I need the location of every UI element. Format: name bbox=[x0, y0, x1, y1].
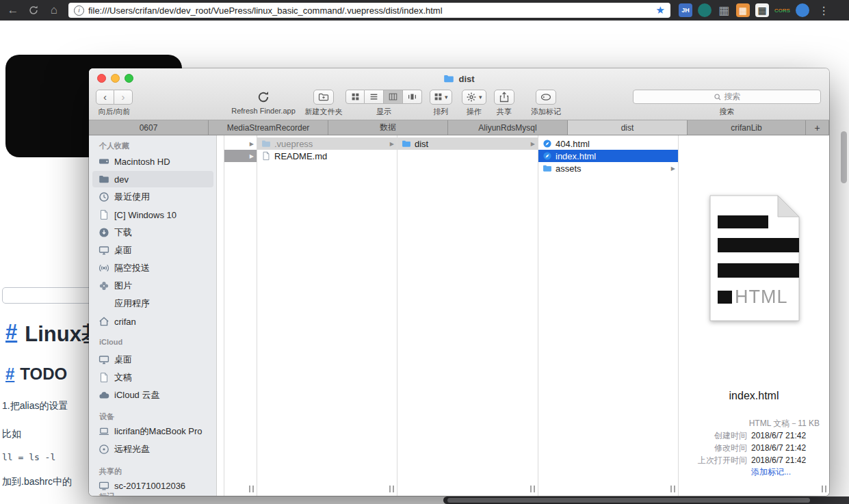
finder-back-button[interactable]: ‹ bbox=[96, 90, 114, 105]
column-resize-handle[interactable] bbox=[249, 486, 254, 492]
finder-search-input[interactable]: 搜索 bbox=[633, 90, 821, 104]
file-row-dist[interactable]: dist ▶ bbox=[397, 137, 538, 150]
browser-menu-icon[interactable]: ⋮ bbox=[816, 4, 831, 17]
preview-pane: HTML index.html HTML 文稿－11 KB 创建时间2018/6… bbox=[679, 135, 829, 496]
reload-icon[interactable] bbox=[28, 5, 39, 16]
sidebar-item-dev[interactable]: dev bbox=[92, 171, 213, 187]
column-resize-handle[interactable] bbox=[670, 486, 676, 492]
column-row-partial-selected[interactable]: ▶ bbox=[224, 150, 257, 162]
document-icon bbox=[99, 209, 109, 220]
back-icon[interactable]: ← bbox=[3, 0, 23, 21]
bookmark-star-icon[interactable]: ★ bbox=[656, 4, 665, 16]
sidebar-item-icloud-desktop[interactable]: 桌面 bbox=[92, 352, 213, 368]
new-tab-button[interactable]: + bbox=[806, 120, 829, 135]
sidebar-item-icloud-documents[interactable]: 文稿 bbox=[92, 369, 213, 386]
finder-tab-aliyunrdsmysql[interactable]: AliyunRdsMysql bbox=[448, 120, 568, 135]
sidebar-item-macbook-pro[interactable]: licrifan的MacBook Pro bbox=[92, 423, 213, 440]
finder-tab-dist[interactable]: dist bbox=[568, 120, 688, 135]
column-resize-handle[interactable] bbox=[389, 486, 395, 492]
arrange-button[interactable]: ▾ bbox=[430, 90, 452, 105]
sidebar-item-desktop[interactable]: 桌面 bbox=[92, 242, 213, 258]
arrange-icon bbox=[434, 92, 443, 101]
refresh-label: Refresh Finder.app bbox=[231, 107, 296, 115]
sidebar-item-recents[interactable]: 最近使用 bbox=[92, 189, 213, 205]
home-icon[interactable]: ⌂ bbox=[44, 0, 64, 21]
action-button[interactable]: ▾ bbox=[462, 90, 486, 105]
column-divider bbox=[538, 135, 538, 496]
refresh-icon[interactable] bbox=[257, 90, 270, 104]
tag-icon bbox=[540, 92, 551, 103]
finder-columns: ▶ ▶ .vuepress ▶ README.md dist ▶ bbox=[218, 135, 829, 496]
extension-icon-qr[interactable]: ▦ bbox=[755, 3, 769, 17]
browser-toolbar: ← ⌂ i file:///Users/crifan/dev/dev_root/… bbox=[0, 0, 849, 21]
preview-kind: HTML 文稿－11 KB bbox=[679, 418, 820, 429]
extension-icon-grid[interactable]: ▦ bbox=[717, 3, 731, 17]
sidebar-item-remote-disc[interactable]: 远程光盘 bbox=[92, 441, 213, 457]
clock-icon bbox=[99, 191, 109, 202]
tags-label: 添加标记 bbox=[531, 107, 561, 117]
sidebar-section-tags: 标记 bbox=[99, 492, 114, 496]
finder-tab-crifanlib[interactable]: crifanLib bbox=[688, 120, 806, 135]
share-button[interactable] bbox=[494, 90, 514, 105]
extension-icon-orange[interactable]: ▦ bbox=[736, 3, 750, 17]
column-row-partial[interactable]: ▶ bbox=[224, 137, 257, 150]
sidebar-item-macintosh-hd[interactable]: Macintosh HD bbox=[92, 153, 213, 170]
page-code-text: ll = ls -l bbox=[2, 452, 55, 462]
sidebar-item-windows10[interactable]: [C] Windows 10 bbox=[92, 207, 213, 223]
view-icons-segment[interactable] bbox=[345, 90, 365, 104]
refresh-finder-group: Refresh Finder.app bbox=[229, 89, 298, 115]
extension-icon-cors[interactable]: CORS bbox=[774, 3, 790, 17]
arrange-group: ▾ 排列 bbox=[430, 89, 452, 117]
finder-tab-bar: 0607 MediaStreamRecorder 数据 AliyunRdsMys… bbox=[89, 120, 829, 135]
hard-drive-icon bbox=[99, 156, 109, 167]
file-row-vuepress[interactable]: .vuepress ▶ bbox=[257, 137, 397, 150]
file-row-readme[interactable]: README.md bbox=[257, 150, 397, 162]
view-columns-segment[interactable] bbox=[384, 90, 403, 104]
sidebar-section-icloud: iCloud bbox=[99, 338, 122, 346]
file-row-404[interactable]: 404.html bbox=[538, 137, 678, 150]
column-divider bbox=[257, 135, 257, 496]
sidebar-item-airdrop[interactable]: 隔空投送 bbox=[92, 260, 213, 276]
view-list-segment[interactable] bbox=[365, 90, 384, 104]
grid-view-icon bbox=[351, 92, 360, 101]
columns-view-icon bbox=[389, 92, 397, 101]
file-row-assets[interactable]: assets ▶ bbox=[538, 162, 678, 174]
new-folder-button[interactable] bbox=[313, 90, 334, 105]
column-resize-handle[interactable] bbox=[530, 486, 536, 492]
search-group: 搜索 搜索 bbox=[633, 89, 821, 117]
sidebar-item-icloud-drive[interactable]: iCloud 云盘 bbox=[92, 387, 213, 403]
finder-tab-0607[interactable]: 0607 bbox=[89, 120, 209, 135]
heading-anchor-link[interactable]: # bbox=[5, 320, 17, 349]
sidebar-item-applications[interactable]: 应用程序 bbox=[92, 295, 213, 312]
sidebar-item-crifan[interactable]: crifan bbox=[92, 313, 213, 330]
finder-tab-data[interactable]: 数据 bbox=[328, 120, 448, 135]
desktop-icon bbox=[99, 245, 109, 256]
heading-anchor-link[interactable]: # bbox=[5, 364, 14, 384]
extension-icon-blue[interactable] bbox=[796, 3, 809, 17]
column-resize-handle[interactable] bbox=[822, 486, 827, 492]
disc-icon bbox=[99, 444, 109, 455]
url-bar[interactable]: i file:///Users/crifan/dev/dev_root/VueP… bbox=[68, 3, 670, 18]
html-doc-icon bbox=[543, 139, 552, 148]
scrollbar-thumb[interactable] bbox=[447, 498, 810, 503]
sidebar-item-downloads[interactable]: 下载 bbox=[92, 224, 213, 241]
home-folder-icon bbox=[99, 316, 109, 327]
sidebar-item-pictures[interactable]: 图片 bbox=[92, 278, 213, 294]
add-tags-button[interactable] bbox=[536, 90, 556, 105]
search-icon bbox=[714, 93, 722, 101]
extension-icon-jh[interactable]: JH bbox=[679, 3, 692, 17]
page-horizontal-scrollbar[interactable] bbox=[443, 496, 849, 504]
file-row-index-selected[interactable]: index.html bbox=[538, 150, 678, 162]
add-tags-link[interactable]: 添加标记... bbox=[751, 466, 791, 478]
finder-forward-button[interactable]: › bbox=[114, 90, 133, 105]
back-forward-label: 向后/向前 bbox=[98, 107, 130, 117]
share-group: 共享 bbox=[494, 89, 514, 117]
finder-titlebar[interactable]: dist ‹ › 向后/向前 Refresh Finder.app 新建文件夹 bbox=[89, 68, 829, 120]
finder-tab-mediastreamrecorder[interactable]: MediaStreamRecorder bbox=[209, 120, 328, 135]
list-view-icon bbox=[369, 92, 378, 101]
extension-icon-teal[interactable] bbox=[698, 3, 711, 17]
page-search-input[interactable] bbox=[2, 287, 96, 304]
page-info-icon[interactable]: i bbox=[74, 5, 84, 16]
view-coverflow-segment[interactable] bbox=[403, 90, 422, 104]
page-vertical-scrollbar[interactable] bbox=[841, 131, 847, 183]
